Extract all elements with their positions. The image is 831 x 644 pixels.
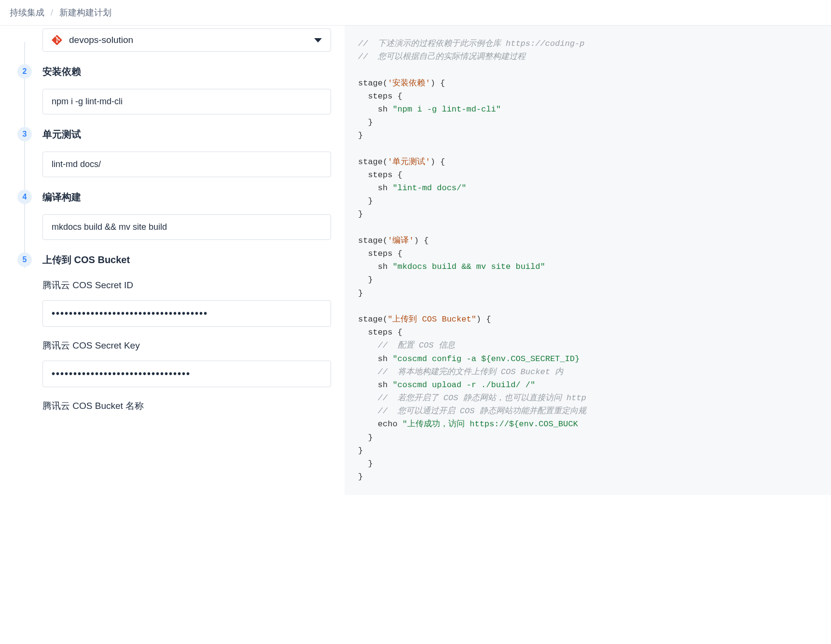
breadcrumb: 持续集成 / 新建构建计划 [0, 0, 831, 26]
code-token: ) { [430, 157, 445, 167]
code-token: sh [358, 105, 392, 114]
code-string: "npm i -g lint-md-cli" [392, 105, 500, 114]
code-string: "上传到 COS Bucket" [388, 315, 476, 324]
code-comment: // 将本地构建完的文件上传到 COS Bucket 内 [358, 367, 563, 377]
code-token: steps { [358, 170, 402, 180]
code-token: } [358, 210, 363, 219]
code-token: } [358, 433, 373, 442]
code-string: "coscmd upload -r ./build/ /" [392, 380, 535, 390]
git-icon [52, 35, 62, 45]
code-token: steps { [358, 328, 402, 337]
cos-bucket-label: 腾讯云 COS Bucket 名称 [42, 400, 331, 412]
code-token: } [358, 131, 363, 140]
step-number-4: 4 [17, 190, 32, 204]
repo-select-value: devops-solution [69, 35, 133, 45]
code-token: } [358, 289, 363, 298]
unit-test-input[interactable] [42, 152, 331, 177]
step-number-5: 5 [17, 252, 32, 267]
step-title-install-deps: 安装依赖 [42, 65, 331, 78]
code-token: } [358, 459, 373, 468]
code-comment: // 您可以通过开启 COS 静态网站功能并配置重定向规 [358, 406, 586, 416]
code-token: sh [358, 183, 392, 193]
code-token: stage( [358, 315, 388, 324]
code-token: sh [358, 380, 392, 390]
code-string: "lint-md docs/" [392, 183, 466, 193]
code-token: sh [358, 262, 392, 271]
repo-select[interactable]: devops-solution [42, 28, 331, 52]
cos-secret-key-label: 腾讯云 COS Secret Key [42, 339, 331, 352]
code-comment: // 您可以根据自己的实际情况调整构建过程 [358, 52, 526, 61]
build-input[interactable] [42, 214, 331, 240]
code-token: steps { [358, 92, 402, 101]
step-title-unit-test: 单元测试 [42, 128, 331, 141]
code-token: ) { [414, 236, 429, 245]
code-preview: // 下述演示的过程依赖于此示例仓库 https://coding-p // 您… [345, 26, 831, 495]
code-string: '安装依赖' [388, 79, 430, 88]
cos-secret-id-input[interactable]: •••••••••••••••••••••••••••••••••••• [42, 300, 331, 327]
cos-secret-id-label: 腾讯云 COS Secret ID [42, 279, 331, 292]
code-token: } [358, 446, 363, 455]
code-string: '单元测试' [388, 157, 430, 167]
code-token: steps { [358, 249, 402, 258]
breadcrumb-current: 新建构建计划 [59, 8, 111, 17]
step-title-build: 编译构建 [42, 191, 331, 204]
form-column: devops-solution 2 安装依赖 3 单元测试 [0, 26, 345, 495]
code-token: sh [358, 354, 392, 364]
breadcrumb-sep: / [51, 8, 53, 17]
code-string: "上传成功，访问 https://${env.COS_BUCK [402, 420, 578, 429]
code-comment: // 配置 COS 信息 [358, 341, 455, 350]
code-token: } [358, 196, 373, 206]
chevron-down-icon [314, 38, 322, 42]
code-string: '编译' [388, 236, 414, 245]
code-token: echo [358, 420, 402, 429]
code-token: ) { [476, 315, 491, 324]
code-token: } [358, 118, 373, 127]
code-token: stage( [358, 236, 388, 245]
code-token: } [358, 275, 373, 284]
step-title-upload-cos: 上传到 COS Bucket [42, 253, 331, 266]
install-deps-input[interactable] [42, 89, 331, 114]
step-number-3: 3 [17, 127, 32, 141]
code-string: "mkdocs build && mv site build" [392, 262, 545, 271]
step-number-2: 2 [17, 64, 32, 79]
code-token: } [358, 472, 363, 481]
code-token: stage( [358, 157, 388, 167]
code-token: ) { [430, 79, 445, 88]
code-comment: // 若您开启了 COS 静态网站，也可以直接访问 http [358, 393, 586, 403]
code-string: "coscmd config -a ${env.COS_SECRET_ID} [392, 354, 580, 364]
breadcrumb-parent[interactable]: 持续集成 [10, 8, 44, 17]
code-comment: // 下述演示的过程依赖于此示例仓库 https://coding-p [358, 39, 584, 48]
code-token: stage( [358, 79, 388, 88]
cos-secret-key-input[interactable]: •••••••••••••••••••••••••••••••• [42, 361, 331, 387]
